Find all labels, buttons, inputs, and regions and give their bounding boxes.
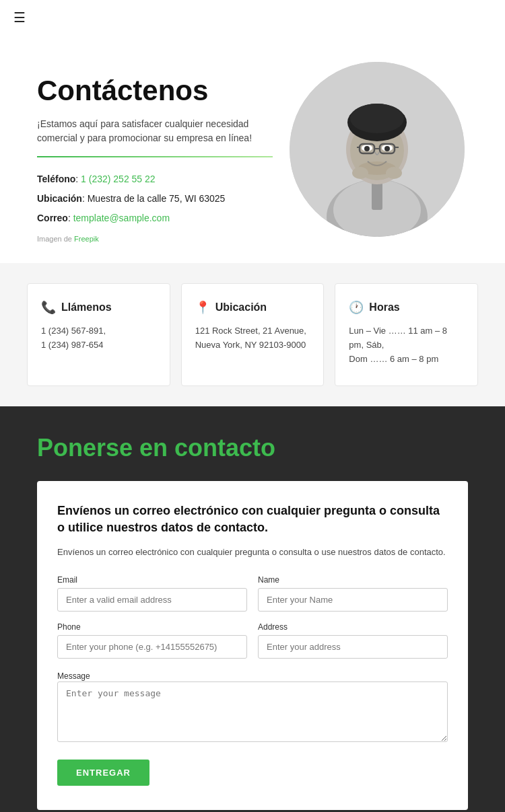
- svg-point-21: [386, 167, 402, 179]
- hero-title: Contáctenos: [37, 75, 273, 106]
- card-location-title: Ubicación: [215, 301, 267, 313]
- form-card-desc: Envíenos un correo electrónico con cualq…: [57, 546, 448, 559]
- hero-divider: [37, 156, 273, 157]
- hamburger-icon[interactable]: ☰: [13, 10, 26, 25]
- submit-button[interactable]: ENTREGAR: [57, 760, 149, 786]
- email-input[interactable]: [57, 588, 247, 612]
- email-link[interactable]: template@sample.com: [73, 213, 170, 223]
- phone-label: Phone: [57, 622, 247, 632]
- location-icon: 📍: [195, 300, 210, 315]
- card-hours-body: Lun – Vie …… 11 am – 8 pm, Sáb,Dom …… 6 …: [349, 324, 464, 366]
- svg-point-13: [384, 146, 390, 151]
- freepik-link[interactable]: Freepik: [74, 235, 99, 243]
- form-group-message: Message: [57, 669, 448, 745]
- form-card-heading: Envíenos un correo electrónico con cualq…: [57, 503, 448, 536]
- form-group-phone: Phone: [57, 622, 247, 659]
- hero-contact: Teléfono: 1 (232) 252 55 22 Ubicación: M…: [37, 172, 273, 225]
- contact-form-section: Ponerse en contacto Envíenos un correo e…: [0, 406, 505, 812]
- card-phone-title: Llámenos: [61, 301, 112, 313]
- hours-icon: 🕐: [349, 300, 364, 315]
- hero-section: Contáctenos ¡Estamos aquí para satisface…: [0, 35, 505, 263]
- info-card-hours: 🕐 Horas Lun – Vie …… 11 am – 8 pm, Sáb,D…: [335, 283, 478, 385]
- info-card-phone: 📞 Llámenos 1 (234) 567-891,1 (234) 987-6…: [27, 283, 170, 385]
- info-card-location-header: 📍 Ubicación: [195, 300, 310, 315]
- contact-form-title: Ponerse en contacto: [37, 433, 468, 462]
- form-group-address: Address: [258, 622, 448, 659]
- svg-point-9: [350, 104, 404, 133]
- hero-subtitle: ¡Estamos aquí para satisfacer cualquier …: [37, 117, 273, 145]
- hero-left: Contáctenos ¡Estamos aquí para satisface…: [37, 62, 273, 243]
- email-label: Email: [57, 575, 247, 585]
- top-nav: ☰: [0, 0, 505, 35]
- avatar-image: [290, 62, 465, 237]
- name-label: Name: [258, 575, 448, 585]
- info-card-hours-header: 🕐 Horas: [349, 300, 464, 315]
- name-input[interactable]: [258, 588, 448, 612]
- card-phone-body: 1 (234) 567-891,1 (234) 987-654: [41, 324, 156, 353]
- form-row-email-name: Email Name: [57, 575, 448, 612]
- phone-icon: 📞: [41, 300, 56, 315]
- hero-email: Correo: template@sample.com: [37, 211, 273, 225]
- form-row-phone-address: Phone Address: [57, 622, 448, 659]
- info-cards-section: 📞 Llámenos 1 (234) 567-891,1 (234) 987-6…: [0, 263, 505, 406]
- message-textarea[interactable]: [57, 681, 448, 742]
- hero-phone: Teléfono: 1 (232) 252 55 22: [37, 172, 273, 186]
- address-input[interactable]: [258, 635, 448, 659]
- card-hours-title: Horas: [369, 301, 399, 313]
- form-group-email: Email: [57, 575, 247, 612]
- address-label: Address: [258, 622, 448, 632]
- phone-input[interactable]: [57, 635, 247, 659]
- info-cards: 📞 Llámenos 1 (234) 567-891,1 (234) 987-6…: [27, 283, 478, 385]
- card-location-body: 121 Rock Street, 21 Avenue, Nueva York, …: [195, 324, 310, 353]
- hero-right: [286, 62, 468, 237]
- info-card-phone-header: 📞 Llámenos: [41, 300, 156, 315]
- phone-link[interactable]: 1 (232) 252 55 22: [81, 174, 156, 184]
- message-label: Message: [57, 671, 90, 681]
- info-card-location: 📍 Ubicación 121 Rock Street, 21 Avenue, …: [181, 283, 325, 385]
- form-card: Envíenos un correo electrónico con cualq…: [37, 481, 468, 810]
- hero-location: Ubicación: Muestra de la calle 75, WI 63…: [37, 192, 273, 206]
- hero-image-credit: Imagen de Freepik: [37, 235, 273, 243]
- avatar: [290, 62, 465, 237]
- svg-point-12: [364, 146, 370, 151]
- svg-point-20: [352, 167, 368, 179]
- form-group-name: Name: [258, 575, 448, 612]
